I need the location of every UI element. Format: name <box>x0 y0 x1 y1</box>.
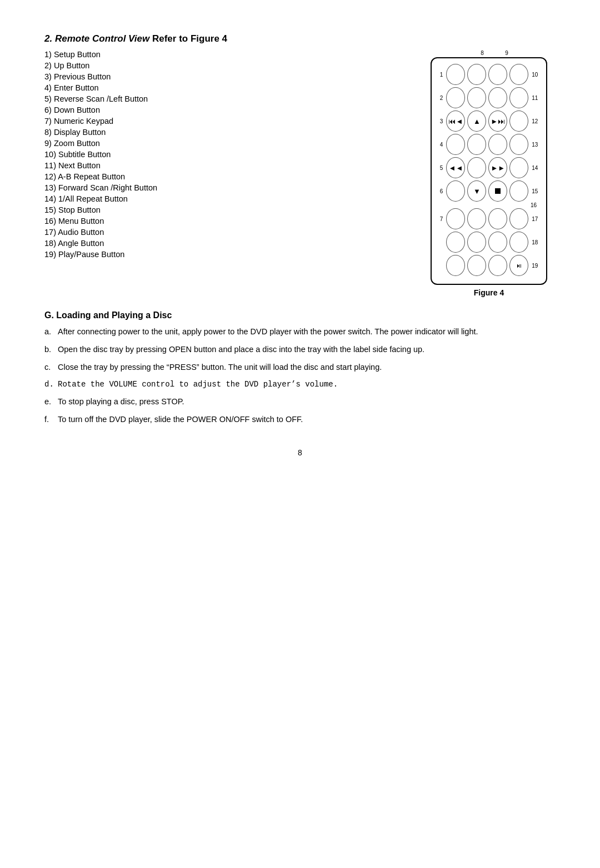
col-label-8: 8 <box>470 50 494 56</box>
btn-9-col3 <box>488 255 507 276</box>
remote-row-spacer16: 16 <box>436 204 542 206</box>
list-item: 18) Angle Button <box>44 239 411 248</box>
remote-body: 1 10 2 11 <box>431 57 547 285</box>
btn-up: ▲ <box>467 111 486 132</box>
two-col-layout: 1) Setup Button2) Up Button3) Previous B… <box>44 50 556 297</box>
list-item: 16) Menu Button <box>44 217 411 225</box>
remote-row-1: 1 10 <box>436 64 542 85</box>
right-label-16: 16 <box>531 202 542 208</box>
list-item: 17) Audio Button <box>44 228 411 237</box>
btn-rev-scan: ◄◄ <box>446 157 465 178</box>
btn-1-col3 <box>488 64 507 85</box>
list-item: 6) Down Button <box>44 106 411 114</box>
btn-prev: ⏮◄ <box>446 111 465 132</box>
btn-4-col2 <box>467 134 486 155</box>
list-item: 12) A-B Repeat Button <box>44 172 411 181</box>
remote-row-8: 18 <box>436 232 542 253</box>
btn-6-col1 <box>446 180 465 202</box>
list-item: 8) Display Button <box>44 128 411 137</box>
alpha-list-item: a.After connecting power to the unit, ap… <box>44 326 556 338</box>
btn-4-col1 <box>446 134 465 155</box>
list-item: 13) Forward Scan /Right Button <box>44 183 411 192</box>
left-label-2: 2 <box>436 95 443 101</box>
remote-row-4: 4 13 <box>436 134 542 155</box>
btn-4-col3 <box>488 134 507 155</box>
left-label-6: 6 <box>436 188 443 194</box>
alpha-list-item: f.To turn off the DVD player, slide the … <box>44 414 556 426</box>
top-col-labels: 8 9 <box>459 50 519 56</box>
right-label-14: 14 <box>532 165 542 171</box>
btn-2-col1 <box>446 87 465 108</box>
remote-row-2: 2 11 <box>436 87 542 108</box>
section-g: G. Loading and Playing a Disc a.After co… <box>44 310 556 426</box>
list-item: 2) Up Button <box>44 61 411 70</box>
btn-1-col2 <box>467 64 486 85</box>
list-text: To stop playing a disc, press STOP. <box>58 396 184 408</box>
list-item: 19) Play/Pause Button <box>44 250 411 259</box>
btn-5-col4 <box>509 157 528 178</box>
btn-8-col4 <box>509 232 528 253</box>
section-2-title: 2. Remote Control View Refer to Figure 4 <box>44 33 556 44</box>
right-label-10: 10 <box>532 72 542 78</box>
btn-next-right: ►⏭ <box>488 111 507 132</box>
list-item: 7) Numeric Keypad <box>44 117 411 126</box>
list-item: 9) Zoom Button <box>44 139 411 148</box>
right-label-18: 18 <box>532 239 542 245</box>
right-label-15: 15 <box>532 188 542 194</box>
left-label-4: 4 <box>436 142 443 148</box>
btn-7-col2 <box>467 208 486 229</box>
btn-7-col1 <box>446 208 465 229</box>
left-label-3: 3 <box>436 118 443 124</box>
remote-row-9: ⏯ 19 <box>436 255 542 276</box>
right-label-12: 12 <box>532 118 542 124</box>
list-item: 15) Stop Button <box>44 205 411 214</box>
btn-1-col4 <box>509 64 528 85</box>
list-item: 3) Previous Button <box>44 72 411 81</box>
page-number: 8 <box>44 448 556 457</box>
page-content: 2. Remote Control View Refer to Figure 4… <box>44 33 556 457</box>
figure-label: Figure 4 <box>474 288 504 297</box>
list-text: Open the disc tray by pressing OPEN butt… <box>58 344 424 356</box>
right-label-11: 11 <box>532 95 542 101</box>
list-letter: a. <box>44 326 58 338</box>
btn-2-col4 <box>509 87 528 108</box>
list-text: After connecting power to the unit, appl… <box>58 326 478 338</box>
stop-icon <box>495 188 501 194</box>
remote-diagram: 8 9 1 10 2 <box>422 50 556 297</box>
list-letter: c. <box>44 362 58 374</box>
remote-row-3: 3 ⏮◄ ▲ ►⏭ 12 <box>436 111 542 132</box>
button-list: 1) Setup Button2) Up Button3) Previous B… <box>44 50 411 261</box>
btn-9-col1 <box>446 255 465 276</box>
btn-7-col4 <box>509 208 528 229</box>
alpha-list-item: d.Rotate the VOLUME control to adjust th… <box>44 379 556 390</box>
right-label-17: 17 <box>532 216 542 222</box>
list-text: Rotate the VOLUME control to adjust the … <box>58 379 338 390</box>
alpha-list: a.After connecting power to the unit, ap… <box>44 326 556 426</box>
btn-7-col3 <box>488 208 507 229</box>
right-label-13: 13 <box>532 142 542 148</box>
btn-6-col4 <box>509 180 528 202</box>
left-label-1: 1 <box>436 72 443 78</box>
remote-row-6: 6 ▼ 15 <box>436 180 542 202</box>
list-letter: d. <box>44 379 58 390</box>
btn-enter-center <box>467 157 486 178</box>
list-item: 1) Setup Button <box>44 50 411 59</box>
btn-8-col1 <box>446 232 465 253</box>
section-g-title: G. Loading and Playing a Disc <box>44 310 556 320</box>
left-label-7: 7 <box>436 216 443 222</box>
btn-down: ▼ <box>467 180 486 202</box>
btn-8-col2 <box>467 232 486 253</box>
list-item: 4) Enter Button <box>44 83 411 92</box>
btn-1-col1 <box>446 64 465 85</box>
right-label-19: 19 <box>532 263 542 269</box>
btn-fwd-scan: ►► <box>488 157 507 178</box>
list-item: 10) Subtitle Button <box>44 150 411 159</box>
list-letter: f. <box>44 414 58 426</box>
list-text: Close the tray by pressing the “PRESS” b… <box>58 362 382 374</box>
btn-9-col2 <box>467 255 486 276</box>
section-title-suffix: Refer to Figure 4 <box>149 33 227 44</box>
col-label-9: 9 <box>494 50 519 56</box>
section-title-bold: 2. Remote Control View <box>44 33 149 44</box>
remote-row-7: 7 17 <box>436 208 542 229</box>
btn-3-col4 <box>509 111 528 132</box>
